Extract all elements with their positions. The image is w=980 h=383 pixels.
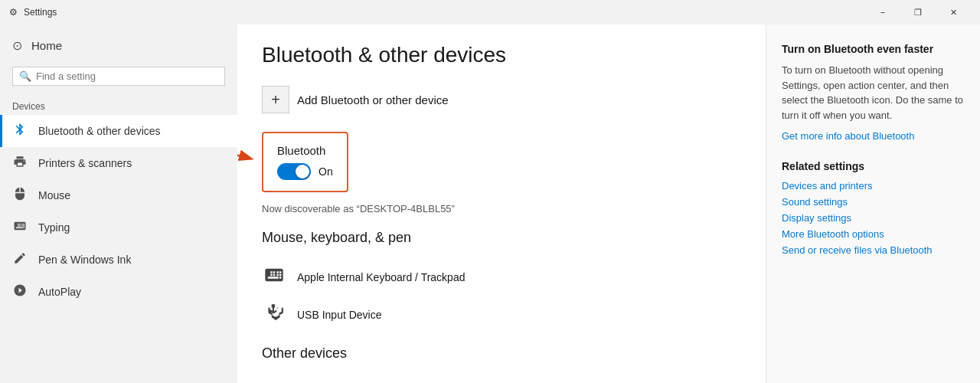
sidebar-item-typing-label: Typing xyxy=(38,221,70,234)
faster-description: To turn on Bluetooth without opening Set… xyxy=(782,63,965,123)
keyboard-device-item: Apple Internal Keyboard / Trackpad xyxy=(262,258,741,296)
right-panel: Turn on Bluetooth even faster To turn on… xyxy=(766,25,980,383)
sidebar-item-autoplay-label: AutoPlay xyxy=(38,286,81,298)
sidebar-item-bluetooth[interactable]: Bluetooth & other devices xyxy=(0,115,237,147)
usb-device-label: USB Input Device xyxy=(297,309,382,321)
mouse-keyboard-heading: Mouse, keyboard, & pen xyxy=(262,230,741,246)
bluetooth-section-label: Bluetooth xyxy=(277,144,333,157)
pen-icon xyxy=(12,251,28,268)
search-icon: 🔍 xyxy=(19,70,31,82)
home-icon: ⊙ xyxy=(12,38,22,53)
sidebar-item-pen[interactable]: Pen & Windows Ink xyxy=(0,244,237,276)
main-content: Bluetooth & other devices + Add Bluetoot… xyxy=(237,25,766,383)
sidebar-item-bluetooth-label: Bluetooth & other devices xyxy=(38,125,161,137)
bluetooth-icon xyxy=(12,123,28,139)
related-link-send-receive[interactable]: Send or receive files via Bluetooth xyxy=(782,244,965,256)
add-device-label: Add Bluetooth or other device xyxy=(297,93,449,106)
bluetooth-section: Bluetooth On xyxy=(262,132,348,192)
app-content: ⊙ Home 🔍 Devices Bluetooth & other devic… xyxy=(0,25,980,383)
title-bar-controls: − ❐ ✕ xyxy=(865,0,971,25)
search-input[interactable] xyxy=(36,70,218,82)
more-info-link[interactable]: Get more info about Bluetooth xyxy=(782,130,965,142)
sidebar-item-mouse-label: Mouse xyxy=(38,189,70,201)
settings-gear-icon: ⚙ xyxy=(9,7,18,18)
related-link-display[interactable]: Display settings xyxy=(782,212,965,224)
bluetooth-toggle[interactable] xyxy=(277,163,311,180)
minimize-button[interactable]: − xyxy=(865,0,900,25)
page-title: Bluetooth & other devices xyxy=(262,43,741,67)
search-box[interactable]: 🔍 xyxy=(12,67,225,86)
annotation-arrow xyxy=(237,136,258,182)
sidebar-item-typing[interactable]: Typing xyxy=(0,211,237,244)
sidebar-item-printers[interactable]: Printers & scanners xyxy=(0,147,237,179)
sidebar-item-pen-label: Pen & Windows Ink xyxy=(38,254,131,266)
toggle-on-label: On xyxy=(318,165,333,178)
keyboard-device-label: Apple Internal Keyboard / Trackpad xyxy=(297,271,465,283)
typing-icon xyxy=(12,219,28,236)
close-button[interactable]: ✕ xyxy=(936,0,971,25)
sidebar-item-printers-label: Printers & scanners xyxy=(38,157,132,169)
app-title: Settings xyxy=(24,7,57,18)
autoplay-icon xyxy=(12,283,28,300)
sidebar-home[interactable]: ⊙ Home xyxy=(0,31,237,61)
add-device-plus-icon: + xyxy=(262,86,289,113)
restore-button[interactable]: ❐ xyxy=(900,0,936,25)
bluetooth-toggle-area: Bluetooth On xyxy=(262,132,348,203)
title-bar-left: ⚙ Settings xyxy=(9,7,57,18)
faster-title: Turn on Bluetooth even faster xyxy=(782,43,965,55)
related-link-sound[interactable]: Sound settings xyxy=(782,196,965,208)
usb-device-icon xyxy=(262,303,286,327)
printer-icon xyxy=(12,155,28,172)
related-settings-title: Related settings xyxy=(782,160,965,172)
toggle-knob xyxy=(296,165,309,178)
related-link-more-bluetooth[interactable]: More Bluetooth options xyxy=(782,228,965,240)
other-devices-heading: Other devices xyxy=(262,345,741,362)
sidebar-item-autoplay[interactable]: AutoPlay xyxy=(0,276,237,308)
add-device-button[interactable]: + Add Bluetooth or other device xyxy=(262,86,741,113)
title-bar: ⚙ Settings − ❐ ✕ xyxy=(0,0,980,25)
sidebar-item-mouse[interactable]: Mouse xyxy=(0,179,237,211)
home-label: Home xyxy=(31,39,62,52)
toggle-row: On xyxy=(277,163,333,180)
mouse-icon xyxy=(12,187,28,204)
discoverable-text: Now discoverable as “DESKTOP-4BLBL55” xyxy=(262,203,741,214)
keyboard-device-icon xyxy=(262,264,286,290)
usb-device-item: USB Input Device xyxy=(262,296,741,333)
sidebar-section-label: Devices xyxy=(0,92,237,115)
sidebar: ⊙ Home 🔍 Devices Bluetooth & other devic… xyxy=(0,25,237,383)
related-link-devices-printers[interactable]: Devices and printers xyxy=(782,180,965,192)
